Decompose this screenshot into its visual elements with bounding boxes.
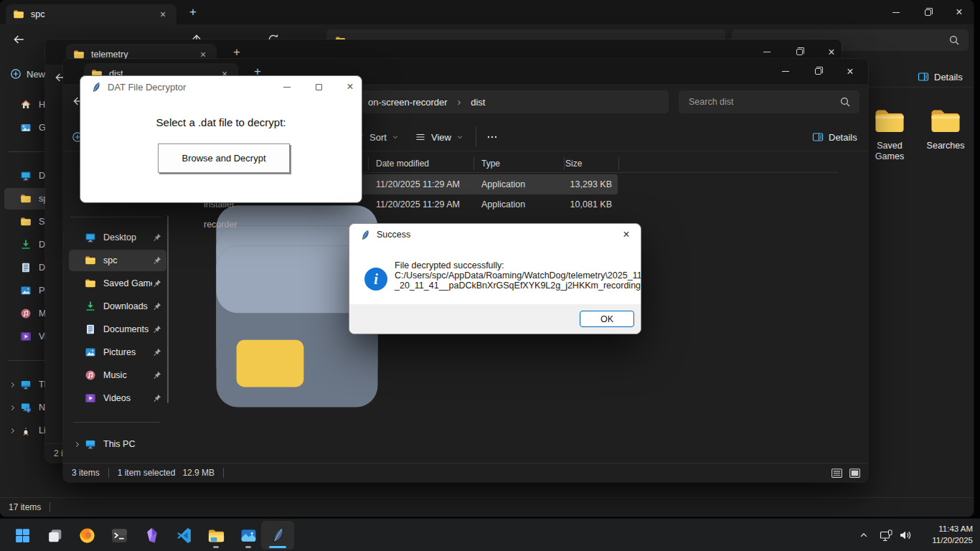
folder-tile-label: Searches: [923, 141, 969, 151]
sidebar-item-documents[interactable]: Documents: [69, 319, 166, 340]
chevron-up-icon: [859, 530, 869, 540]
sidebar-item-pictures[interactable]: Pictures: [69, 342, 166, 363]
breadcrumb[interactable]: on-screen-recorder › dist: [368, 96, 485, 108]
sidebar-item-saved-games[interactable]: Saved Games: [69, 273, 166, 294]
file-type: Application: [481, 174, 525, 194]
details-button[interactable]: Details: [918, 69, 963, 85]
thumbnail-view-toggle-icon[interactable]: [849, 467, 861, 479]
chevron-right-icon[interactable]: [4, 404, 20, 412]
taskbar-app-firefox[interactable]: [72, 521, 101, 550]
documents-icon: [20, 262, 32, 273]
sidebar-item-label: Downloads: [103, 301, 152, 311]
sidebar-item-label: Music: [103, 370, 152, 380]
restore-button[interactable]: [912, 0, 943, 24]
item-count: 17 items: [9, 502, 41, 512]
folder-tile-saved-games[interactable]: Saved Games: [867, 105, 913, 162]
taskbar-clock[interactable]: 11:43 AM 11/20/2025: [932, 523, 973, 546]
pin-icon: [152, 370, 162, 380]
this-pc-icon: [85, 438, 96, 450]
chevron-right-icon[interactable]: [4, 381, 20, 389]
taskbar-app-obsidian[interactable]: [137, 521, 166, 550]
prompt-text: Select a .dat file to decrypt:: [80, 116, 362, 128]
ok-button[interactable]: OK: [580, 311, 634, 327]
back-icon[interactable]: [12, 33, 25, 46]
sidebar-item-downloads[interactable]: Downloads: [69, 296, 166, 317]
close-button[interactable]: ×: [943, 0, 974, 24]
chevron-right-icon[interactable]: [4, 427, 20, 435]
search-icon[interactable]: [948, 34, 960, 46]
close-button[interactable]: ×: [334, 76, 362, 98]
pin-icon: [152, 393, 162, 403]
details-button[interactable]: Details: [812, 129, 857, 145]
taskbar-app-terminal[interactable]: [105, 521, 133, 550]
sidebar-item-desktop[interactable]: Desktop: [69, 227, 166, 248]
message-line: C:/Users/spc/AppData/Roaming/WatchDog/te…: [395, 270, 641, 281]
sidebar-item-music[interactable]: Music: [69, 364, 166, 386]
sidebar-item-videos[interactable]: Videos: [69, 387, 166, 409]
sidebar-item-label: Saved Games: [103, 278, 152, 288]
folder-icon: [20, 216, 32, 227]
sidebar-item-label: Documents: [103, 324, 152, 334]
this-pc-icon: [20, 379, 32, 390]
tab-close-icon[interactable]: ×: [156, 8, 169, 21]
maximize-button[interactable]: [303, 76, 334, 98]
selection-size: 12.9 MB: [182, 468, 215, 478]
sidebar-scrollbar[interactable]: [167, 215, 169, 403]
more-options-button[interactable]: [486, 129, 498, 145]
taskbar-app-task-view[interactable]: [40, 521, 69, 550]
search-placeholder: Search dist: [689, 97, 734, 107]
close-button[interactable]: ×: [834, 59, 866, 84]
feather-icon: [359, 230, 370, 240]
python-icon: [268, 526, 287, 545]
chevron-right-icon: [73, 441, 81, 448]
message-text: File decrypted successfully: C:/Users/sp…: [395, 260, 641, 291]
restore-button[interactable]: [802, 59, 834, 84]
minimize-button[interactable]: [880, 0, 912, 24]
folder-icon: [873, 105, 906, 138]
pin-icon: [152, 278, 162, 288]
vscode-icon: [175, 527, 193, 545]
breadcrumb-current[interactable]: dist: [471, 97, 485, 108]
new-tab-button[interactable]: +: [184, 3, 202, 22]
chevron-right-icon: [9, 404, 17, 412]
taskbar-app-start[interactable]: [8, 521, 37, 550]
taskbar-app-photos[interactable]: [234, 521, 263, 550]
sidebar-item-this-pc[interactable]: This PC: [69, 433, 166, 455]
videos-icon: [20, 331, 32, 342]
taskbar: 11:43 AM 11/20/2025: [0, 518, 980, 551]
volume-tray-icon[interactable]: [895, 521, 915, 550]
taskbar-app-file-explorer[interactable]: [202, 521, 230, 550]
column-header-type[interactable]: Type: [481, 159, 500, 169]
close-button[interactable]: ×: [611, 224, 641, 245]
ellipsis-icon: [486, 131, 498, 143]
view-button[interactable]: View: [415, 129, 463, 145]
list-view-toggle-icon[interactable]: [831, 467, 843, 479]
search-box[interactable]: Search dist: [679, 90, 859, 113]
column-header-size[interactable]: Size: [565, 159, 582, 169]
title-bar: Success: [349, 224, 641, 245]
sidebar-item-label: Pictures: [103, 347, 152, 357]
minimize-button[interactable]: [770, 59, 801, 84]
selection-count: 1 item selected: [118, 468, 176, 478]
chevron-right-icon[interactable]: [69, 441, 85, 448]
start-icon: [14, 527, 32, 545]
videos-icon: [85, 392, 96, 404]
explorer-icon: [207, 527, 225, 545]
downloads-icon: [20, 239, 32, 250]
sidebar-item-spc[interactable]: spc: [69, 250, 166, 271]
column-header-date[interactable]: Date modified: [376, 159, 429, 169]
hidden-icons-chevron[interactable]: [854, 521, 874, 550]
breadcrumb-parent[interactable]: on-screen-recorder: [368, 97, 448, 108]
taskbar-app-python[interactable]: [261, 521, 294, 550]
tab-label: telemetry: [91, 50, 128, 60]
search-icon[interactable]: [839, 96, 851, 108]
folder-tile-searches[interactable]: Searches: [923, 105, 969, 151]
folder-icon: [85, 278, 96, 289]
tab-spc[interactable]: spc ×: [6, 4, 176, 24]
minimize-button[interactable]: [271, 76, 303, 98]
tab-label: spc: [31, 9, 44, 19]
pin-icon: [152, 347, 162, 357]
browse-and-decrypt-button[interactable]: Browse and Decrypt: [158, 143, 290, 173]
network-tray-icon[interactable]: [877, 521, 897, 550]
taskbar-app-vscode[interactable]: [169, 521, 198, 550]
